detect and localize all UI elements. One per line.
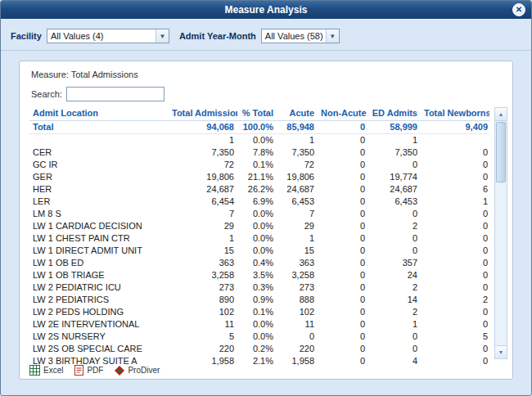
table-cell: 0.1% [237,306,277,318]
table-cell: 102 [277,306,318,318]
table-cell: 0 [421,146,489,159]
vertical-scrollbar[interactable]: ▲ ▼ [494,107,507,359]
table-cell: 9,409 [421,121,489,134]
table-row[interactable]: LW 1 CHEST PAIN CTR 1 0.0% 1 0 0 0 [29,232,489,245]
table-row[interactable]: GC IR 72 0.1% 72 0 0 0 [29,159,489,171]
table-cell: 0 [318,121,368,134]
export-prodiver-label: ProDiver [128,366,160,375]
table-cell: 1 [368,134,421,147]
table-cell: 0 [318,196,368,208]
table-cell: 1 [169,232,237,245]
table-cell: 0 [421,269,489,281]
table-cell: 0 [421,343,489,355]
table-cell [29,134,169,147]
table-row[interactable]: HER 24,687 26.2% 24,687 0 24,687 6 [29,183,489,196]
table-cell: 0 [318,306,368,318]
table-cell: LW 1 DIRECT ADMIT UNIT [29,245,169,257]
table-cell: 0.0% [237,232,277,245]
table-row[interactable]: LM 8 S 7 0.0% 7 0 0 0 [29,208,489,220]
table-row[interactable]: LW 1 OB TRIAGE 3,258 3.5% 3,258 0 24 0 [29,269,489,281]
table-cell: 24 [368,269,421,281]
table-cell: 220 [169,343,237,355]
results-panel: Measure: Total Admissions Search: Admit … [19,61,513,380]
admit-year-month-dropdown[interactable]: All Values (58) ▼ [261,29,340,43]
table-cell: 7 [277,208,318,220]
table-row[interactable]: LW 2 PEDIATRICS 890 0.9% 888 0 14 2 [29,294,489,306]
table-cell: 0 [318,232,368,245]
table-row[interactable]: LW 2S NURSERY 5 0.0% 0 0 0 5 [29,331,489,343]
table-cell: 29 [277,220,318,232]
pdf-icon [74,365,83,376]
table-cell: 357 [368,257,421,269]
measure-label: Measure: Total Admissions [31,70,504,79]
table-row[interactable]: LW 2 PEDS HOLDING 102 0.1% 102 0 2 0 [29,306,489,318]
table-cell: 0 [421,159,489,171]
export-bar: Excel PDF ProDiver [29,365,160,376]
export-prodiver-button[interactable]: ProDiver [115,366,160,376]
scroll-up-icon[interactable]: ▲ [495,108,507,121]
admissions-table-area: Admit Location Total Admissions % Total … [29,106,489,367]
table-cell: 100.0% [237,121,277,134]
table-cell: 220 [277,343,318,355]
table-row[interactable]: CER 7,350 7.8% 7,350 0 7,350 0 [29,146,489,159]
table-cell: LER [29,196,169,208]
table-row[interactable]: LW 2 PEDIATRIC ICU 273 0.3% 273 0 2 0 [29,281,489,294]
admit-year-month-dropdown-value: All Values (58) [265,31,323,41]
table-row[interactable]: GER 19,806 21.1% 19,806 0 19,774 0 [29,171,489,183]
column-header-total-newborns[interactable]: Total Newborns [421,106,489,121]
table-cell: 19,774 [368,171,421,183]
column-header-acute[interactable]: Acute [277,106,318,121]
table-cell: 5 [169,331,237,343]
table-cell: 11 [277,318,318,331]
table-row[interactable]: LW 1 DIRECT ADMIT UNIT 15 0.0% 15 0 0 0 [29,245,489,257]
facility-dropdown[interactable]: All Values (4) ▼ [47,29,169,43]
column-header-percent-total[interactable]: % Total [237,106,277,121]
table-cell: LW 2 PEDS HOLDING [29,306,169,318]
table-cell: 0 [368,232,421,245]
scroll-down-icon[interactable]: ▼ [495,345,507,358]
export-excel-label: Excel [43,366,63,375]
column-header-admit-location[interactable]: Admit Location [29,106,169,121]
table-cell: 1 [368,318,421,331]
table-cell: 0.0% [237,245,277,257]
table-cell: 0 [318,220,368,232]
table-cell: 0 [421,220,489,232]
table-cell: 3,258 [277,269,318,281]
table-row[interactable]: LW 2E INTERVENTIONAL 11 0.0% 11 0 1 0 [29,318,489,331]
prodiver-icon [115,366,124,376]
column-header-total-admissions[interactable]: Total Admissions [169,106,237,121]
search-input[interactable] [66,87,165,101]
table-cell: 0 [421,232,489,245]
column-header-non-acute[interactable]: Non-Acute [318,106,368,121]
table-cell: 2 [368,220,421,232]
export-excel-button[interactable]: Excel [29,365,63,376]
table-row[interactable]: 1 0.0% 1 0 1 [29,134,489,147]
table-cell: HER [29,183,169,196]
export-pdf-button[interactable]: PDF [74,365,103,376]
table-cell: 2 [368,281,421,294]
table-cell: 29 [169,220,237,232]
table-cell: 890 [169,294,237,306]
scroll-thumb[interactable] [496,122,506,182]
table-cell: 1,958 [169,355,237,367]
table-cell: 24,687 [277,183,318,196]
table-cell: 273 [277,281,318,294]
table-cell: 2 [421,294,489,306]
admit-year-month-label: Admit Year-Month [179,31,256,41]
table-cell: 1 [421,196,489,208]
table-row[interactable]: LW 1 OB ED 363 0.4% 363 0 357 0 [29,257,489,269]
table-cell: LM 8 S [29,208,169,220]
table-cell: 0 [318,269,368,281]
table-cell: 0 [318,134,368,147]
table-row[interactable]: LER 6,454 6.9% 6,453 0 6,453 1 [29,196,489,208]
table-row[interactable]: LW 2S OB SPECIAL CARE 220 0.2% 220 0 0 0 [29,343,489,355]
chevron-down-icon: ▼ [326,29,339,43]
table-row[interactable]: LW 1 CARDIAC DECISION 29 0.0% 29 0 2 0 [29,220,489,232]
column-header-ed-admits[interactable]: ED Admits [368,106,421,121]
close-icon[interactable]: ✕ [512,3,525,16]
table-cell: 0 [318,281,368,294]
total-row[interactable]: Total 94,068 100.0% 85,948 0 58,999 9,40… [29,121,489,134]
facility-label: Facility [11,31,42,41]
table-cell: 6,454 [169,196,237,208]
table-cell: LW 2 PEDIATRIC ICU [29,281,169,294]
